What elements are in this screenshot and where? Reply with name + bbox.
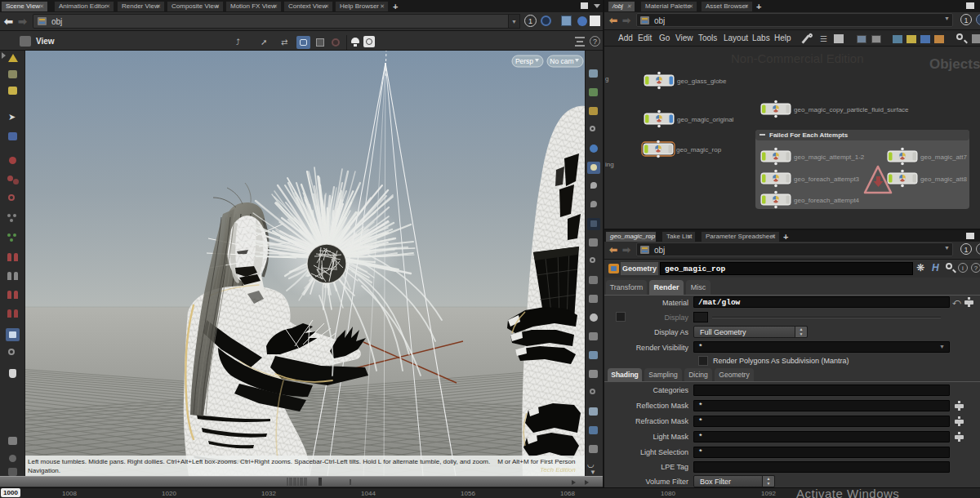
svg-text:geo_magic_att7: geo_magic_att7 bbox=[920, 153, 967, 161]
svg-text:geo_magic_copy_particle_fluid_: geo_magic_copy_particle_fluid_surface bbox=[794, 106, 909, 113]
svg-text:Non-Commercial Edition: Non-Commercial Edition bbox=[731, 51, 864, 65]
svg-text:Failed For Each Attempts: Failed For Each Attempts bbox=[769, 131, 849, 139]
svg-text:geo_magic_rop: geo_magic_rop bbox=[676, 146, 722, 153]
svg-text:ing: ing bbox=[605, 161, 614, 168]
svg-text:Tech Edition: Tech Edition bbox=[540, 466, 576, 474]
svg-text:geo_glass_globe: geo_glass_globe bbox=[677, 78, 727, 85]
svg-text:Persp: Persp bbox=[515, 57, 533, 65]
svg-text:Left mouse tumbles. Middle pan: Left mouse tumbles. Middle pans. Right d… bbox=[28, 458, 576, 465]
svg-text:geo_foreach_attempt3: geo_foreach_attempt3 bbox=[794, 176, 860, 183]
svg-text:g: g bbox=[605, 75, 608, 82]
svg-text:geo_magic_att8: geo_magic_att8 bbox=[920, 176, 967, 183]
svg-text:Navigation.: Navigation. bbox=[28, 467, 60, 474]
svg-text:geo_foreach_attempt4: geo_foreach_attempt4 bbox=[794, 197, 860, 204]
svg-text:No cam: No cam bbox=[550, 57, 573, 65]
svg-text:geo_magic_attempt_1-2: geo_magic_attempt_1-2 bbox=[794, 153, 865, 161]
svg-text:geo_magic_original: geo_magic_original bbox=[677, 116, 734, 123]
svg-text:Objects: Objects bbox=[929, 56, 980, 72]
